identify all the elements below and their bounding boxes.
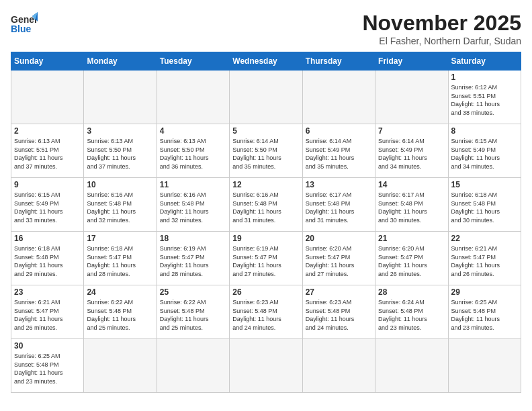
day-number: 16: [14, 234, 81, 243]
day-info: Sunrise: 6:18 AM Sunset: 5:48 PM Dayligh…: [14, 244, 81, 278]
calendar-cell: [230, 71, 302, 124]
calendar-cell: 20Sunrise: 6:20 AM Sunset: 5:47 PM Dayli…: [302, 232, 375, 285]
day-number: 7: [378, 126, 445, 136]
calendar-cell: 25Sunrise: 6:22 AM Sunset: 5:48 PM Dayli…: [157, 285, 229, 339]
day-info: Sunrise: 6:18 AM Sunset: 5:47 PM Dayligh…: [87, 244, 153, 278]
calendar-cell: [302, 71, 375, 124]
day-number: 27: [306, 287, 372, 297]
calendar-cell: 2Sunrise: 6:13 AM Sunset: 5:51 PM Daylig…: [11, 124, 84, 178]
calendar-cell: 14Sunrise: 6:17 AM Sunset: 5:48 PM Dayli…: [375, 178, 448, 232]
day-number: 13: [306, 180, 372, 189]
day-info: Sunrise: 6:20 AM Sunset: 5:47 PM Dayligh…: [378, 244, 445, 278]
day-info: Sunrise: 6:24 AM Sunset: 5:48 PM Dayligh…: [378, 298, 445, 332]
calendar-cell: 22Sunrise: 6:21 AM Sunset: 5:47 PM Dayli…: [448, 232, 521, 285]
day-number: 15: [451, 180, 518, 189]
day-info: Sunrise: 6:23 AM Sunset: 5:48 PM Dayligh…: [306, 298, 372, 332]
day-info: Sunrise: 6:16 AM Sunset: 5:48 PM Dayligh…: [160, 191, 226, 224]
calendar-week-row: 9Sunrise: 6:15 AM Sunset: 5:49 PM Daylig…: [11, 178, 521, 232]
weekday-header-sunday: Sunday: [11, 52, 84, 71]
calendar-cell: 17Sunrise: 6:18 AM Sunset: 5:47 PM Dayli…: [84, 232, 157, 285]
day-info: Sunrise: 6:13 AM Sunset: 5:50 PM Dayligh…: [160, 137, 226, 171]
weekday-header-tuesday: Tuesday: [157, 52, 229, 71]
calendar-cell: [84, 339, 157, 393]
weekday-header-wednesday: Wednesday: [230, 52, 302, 71]
calendar-cell: 4Sunrise: 6:13 AM Sunset: 5:50 PM Daylig…: [157, 124, 229, 178]
day-number: 23: [14, 287, 81, 297]
calendar-cell: 6Sunrise: 6:14 AM Sunset: 5:49 PM Daylig…: [302, 124, 375, 178]
day-number: 2: [14, 126, 81, 136]
day-info: Sunrise: 6:19 AM Sunset: 5:47 PM Dayligh…: [232, 244, 299, 278]
day-info: Sunrise: 6:16 AM Sunset: 5:48 PM Dayligh…: [87, 191, 153, 224]
calendar-cell: 16Sunrise: 6:18 AM Sunset: 5:48 PM Dayli…: [11, 232, 84, 285]
calendar-table: SundayMondayTuesdayWednesdayThursdayFrid…: [11, 52, 521, 393]
day-info: Sunrise: 6:18 AM Sunset: 5:48 PM Dayligh…: [451, 191, 518, 224]
day-info: Sunrise: 6:12 AM Sunset: 5:51 PM Dayligh…: [451, 83, 518, 117]
day-info: Sunrise: 6:22 AM Sunset: 5:48 PM Dayligh…: [160, 298, 226, 332]
day-info: Sunrise: 6:17 AM Sunset: 5:48 PM Dayligh…: [306, 191, 372, 224]
calendar-cell: [230, 339, 302, 393]
calendar-cell: [157, 71, 229, 124]
calendar-cell: [11, 71, 84, 124]
calendar-cell: 7Sunrise: 6:14 AM Sunset: 5:49 PM Daylig…: [375, 124, 448, 178]
day-number: 22: [451, 234, 518, 243]
calendar-cell: 3Sunrise: 6:13 AM Sunset: 5:50 PM Daylig…: [84, 124, 157, 178]
calendar-cell: 15Sunrise: 6:18 AM Sunset: 5:48 PM Dayli…: [448, 178, 521, 232]
day-info: Sunrise: 6:22 AM Sunset: 5:48 PM Dayligh…: [87, 298, 153, 332]
calendar-cell: [302, 339, 375, 393]
calendar-cell: 13Sunrise: 6:17 AM Sunset: 5:48 PM Dayli…: [302, 178, 375, 232]
weekday-header-friday: Friday: [375, 52, 448, 71]
title-area: November 2025 El Fasher, Northern Darfur…: [362, 11, 521, 46]
day-number: 18: [160, 234, 226, 243]
day-number: 9: [14, 180, 81, 189]
weekday-header-thursday: Thursday: [302, 52, 375, 71]
weekday-header-monday: Monday: [84, 52, 157, 71]
day-info: Sunrise: 6:16 AM Sunset: 5:48 PM Dayligh…: [232, 191, 299, 224]
day-number: 19: [232, 234, 299, 243]
location-title: El Fasher, Northern Darfur, Sudan: [362, 36, 521, 46]
calendar-cell: 11Sunrise: 6:16 AM Sunset: 5:48 PM Dayli…: [157, 178, 229, 232]
day-info: Sunrise: 6:13 AM Sunset: 5:51 PM Dayligh…: [14, 137, 81, 171]
weekday-header-saturday: Saturday: [448, 52, 521, 71]
calendar-week-row: 30Sunrise: 6:25 AM Sunset: 5:48 PM Dayli…: [11, 339, 521, 393]
calendar-cell: 12Sunrise: 6:16 AM Sunset: 5:48 PM Dayli…: [230, 178, 302, 232]
calendar-cell: 26Sunrise: 6:23 AM Sunset: 5:48 PM Dayli…: [230, 285, 302, 339]
calendar-cell: [375, 339, 448, 393]
day-info: Sunrise: 6:23 AM Sunset: 5:48 PM Dayligh…: [232, 298, 299, 332]
day-number: 3: [87, 126, 153, 136]
weekday-header-row: SundayMondayTuesdayWednesdayThursdayFrid…: [11, 52, 521, 71]
calendar-week-row: 2Sunrise: 6:13 AM Sunset: 5:51 PM Daylig…: [11, 124, 521, 178]
calendar-cell: 5Sunrise: 6:14 AM Sunset: 5:50 PM Daylig…: [230, 124, 302, 178]
day-info: Sunrise: 6:13 AM Sunset: 5:50 PM Dayligh…: [87, 137, 153, 171]
day-info: Sunrise: 6:17 AM Sunset: 5:48 PM Dayligh…: [378, 191, 445, 224]
calendar-cell: 30Sunrise: 6:25 AM Sunset: 5:48 PM Dayli…: [11, 339, 84, 393]
day-info: Sunrise: 6:21 AM Sunset: 5:47 PM Dayligh…: [451, 244, 518, 278]
day-number: 12: [232, 180, 299, 189]
calendar-cell: [157, 339, 229, 393]
day-info: Sunrise: 6:25 AM Sunset: 5:48 PM Dayligh…: [14, 352, 81, 385]
day-info: Sunrise: 6:21 AM Sunset: 5:47 PM Dayligh…: [14, 298, 81, 332]
calendar-cell: [448, 339, 521, 393]
day-info: Sunrise: 6:14 AM Sunset: 5:50 PM Dayligh…: [232, 137, 299, 171]
day-number: 29: [451, 287, 518, 297]
day-number: 28: [378, 287, 445, 297]
day-info: Sunrise: 6:19 AM Sunset: 5:47 PM Dayligh…: [160, 244, 226, 278]
calendar-cell: 21Sunrise: 6:20 AM Sunset: 5:47 PM Dayli…: [375, 232, 448, 285]
calendar-cell: 19Sunrise: 6:19 AM Sunset: 5:47 PM Dayli…: [230, 232, 302, 285]
day-info: Sunrise: 6:14 AM Sunset: 5:49 PM Dayligh…: [378, 137, 445, 171]
day-number: 14: [378, 180, 445, 189]
day-info: Sunrise: 6:25 AM Sunset: 5:48 PM Dayligh…: [451, 298, 518, 332]
calendar-cell: 24Sunrise: 6:22 AM Sunset: 5:48 PM Dayli…: [84, 285, 157, 339]
day-number: 21: [378, 234, 445, 243]
calendar-cell: 8Sunrise: 6:15 AM Sunset: 5:49 PM Daylig…: [448, 124, 521, 178]
calendar-cell: 29Sunrise: 6:25 AM Sunset: 5:48 PM Dayli…: [448, 285, 521, 339]
day-number: 5: [232, 126, 299, 136]
calendar-cell: 1Sunrise: 6:12 AM Sunset: 5:51 PM Daylig…: [448, 71, 521, 124]
day-info: Sunrise: 6:14 AM Sunset: 5:49 PM Dayligh…: [306, 137, 372, 171]
day-number: 6: [306, 126, 372, 136]
svg-text:Blue: Blue: [11, 24, 32, 34]
day-number: 30: [14, 341, 81, 351]
day-number: 11: [160, 180, 226, 189]
calendar-week-row: 23Sunrise: 6:21 AM Sunset: 5:47 PM Dayli…: [11, 285, 521, 339]
day-number: 1: [451, 73, 518, 82]
calendar-cell: 18Sunrise: 6:19 AM Sunset: 5:47 PM Dayli…: [157, 232, 229, 285]
